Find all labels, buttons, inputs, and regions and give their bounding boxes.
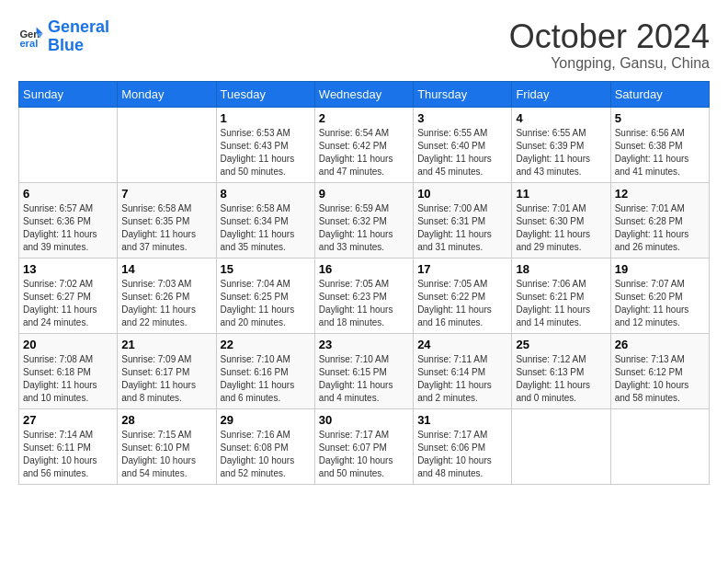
title-block: October 2024 Yongping, Gansu, China (509, 18, 710, 72)
calendar-week-1: 1Sunrise: 6:53 AMSunset: 6:43 PMDaylight… (19, 107, 710, 182)
calendar-cell: 19Sunrise: 7:07 AMSunset: 6:20 PMDayligh… (610, 258, 709, 333)
day-info: Sunrise: 7:10 AMSunset: 6:15 PMDaylight:… (319, 353, 409, 405)
day-info: Sunrise: 6:53 AMSunset: 6:43 PMDaylight:… (221, 127, 311, 178)
weekday-header-row: SundayMondayTuesdayWednesdayThursdayFrid… (19, 81, 710, 107)
day-number: 13 (23, 262, 113, 276)
weekday-header-friday: Friday (512, 81, 610, 107)
day-number: 27 (23, 413, 113, 427)
day-info: Sunrise: 7:12 AMSunset: 6:13 PMDaylight:… (516, 353, 606, 405)
day-info: Sunrise: 7:16 AMSunset: 6:08 PMDaylight:… (221, 429, 311, 480)
day-number: 31 (417, 413, 507, 427)
calendar-cell: 20Sunrise: 7:08 AMSunset: 6:18 PMDayligh… (19, 333, 118, 408)
day-info: Sunrise: 6:55 AMSunset: 6:39 PMDaylight:… (516, 127, 606, 178)
calendar-cell: 13Sunrise: 7:02 AMSunset: 6:27 PMDayligh… (19, 258, 118, 333)
calendar-cell: 11Sunrise: 7:01 AMSunset: 6:30 PMDayligh… (512, 182, 610, 258)
day-info: Sunrise: 6:58 AMSunset: 6:35 PMDaylight:… (121, 202, 211, 254)
calendar-cell: 27Sunrise: 7:14 AMSunset: 6:11 PMDayligh… (19, 408, 118, 484)
calendar-cell: 1Sunrise: 6:53 AMSunset: 6:43 PMDaylight… (216, 107, 314, 182)
day-number: 26 (615, 338, 705, 351)
day-number: 21 (121, 338, 211, 351)
weekday-header-tuesday: Tuesday (216, 81, 314, 107)
day-info: Sunrise: 7:10 AMSunset: 6:16 PMDaylight:… (221, 353, 311, 405)
calendar-cell: 23Sunrise: 7:10 AMSunset: 6:15 PMDayligh… (314, 333, 413, 408)
calendar-cell: 26Sunrise: 7:13 AMSunset: 6:12 PMDayligh… (610, 333, 709, 408)
day-info: Sunrise: 6:57 AMSunset: 6:36 PMDaylight:… (23, 202, 113, 254)
day-number: 11 (516, 187, 606, 201)
day-info: Sunrise: 7:09 AMSunset: 6:17 PMDaylight:… (121, 353, 211, 405)
day-info: Sunrise: 7:08 AMSunset: 6:18 PMDaylight:… (23, 353, 113, 405)
day-number: 7 (121, 187, 211, 201)
day-info: Sunrise: 6:56 AMSunset: 6:38 PMDaylight:… (615, 127, 705, 178)
day-info: Sunrise: 6:58 AMSunset: 6:34 PMDaylight:… (221, 202, 311, 254)
calendar-cell: 22Sunrise: 7:10 AMSunset: 6:16 PMDayligh… (216, 333, 314, 408)
logo: Gen eral General Blue (18, 18, 109, 55)
calendar-cell: 8Sunrise: 6:58 AMSunset: 6:34 PMDaylight… (216, 182, 314, 258)
calendar-cell: 17Sunrise: 7:05 AMSunset: 6:22 PMDayligh… (414, 258, 512, 333)
day-number: 2 (319, 111, 409, 125)
weekday-header-monday: Monday (118, 81, 216, 107)
calendar-cell: 16Sunrise: 7:05 AMSunset: 6:23 PMDayligh… (314, 258, 413, 333)
day-info: Sunrise: 7:02 AMSunset: 6:27 PMDaylight:… (23, 278, 113, 329)
location-title: Yongping, Gansu, China (509, 55, 710, 72)
logo-icon: Gen eral (18, 24, 44, 50)
calendar-week-5: 27Sunrise: 7:14 AMSunset: 6:11 PMDayligh… (19, 408, 710, 484)
svg-text:eral: eral (19, 38, 38, 49)
day-info: Sunrise: 6:59 AMSunset: 6:32 PMDaylight:… (319, 202, 409, 254)
calendar-cell: 21Sunrise: 7:09 AMSunset: 6:17 PMDayligh… (118, 333, 216, 408)
calendar-cell (118, 107, 216, 182)
month-title: October 2024 (509, 18, 710, 55)
calendar-cell: 14Sunrise: 7:03 AMSunset: 6:26 PMDayligh… (118, 258, 216, 333)
day-number: 5 (615, 111, 705, 125)
day-info: Sunrise: 7:03 AMSunset: 6:26 PMDaylight:… (121, 278, 211, 329)
day-number: 3 (417, 111, 507, 125)
day-info: Sunrise: 7:00 AMSunset: 6:31 PMDaylight:… (417, 202, 507, 254)
calendar-week-2: 6Sunrise: 6:57 AMSunset: 6:36 PMDaylight… (19, 182, 710, 258)
day-number: 6 (23, 187, 113, 201)
day-number: 9 (319, 187, 409, 201)
day-info: Sunrise: 7:11 AMSunset: 6:14 PMDaylight:… (417, 353, 507, 405)
day-info: Sunrise: 7:17 AMSunset: 6:06 PMDaylight:… (417, 429, 507, 480)
calendar-cell: 10Sunrise: 7:00 AMSunset: 6:31 PMDayligh… (414, 182, 512, 258)
day-info: Sunrise: 7:06 AMSunset: 6:21 PMDaylight:… (516, 278, 606, 329)
day-number: 19 (615, 262, 705, 276)
day-number: 14 (121, 262, 211, 276)
weekday-header-wednesday: Wednesday (314, 81, 413, 107)
day-info: Sunrise: 7:01 AMSunset: 6:28 PMDaylight:… (615, 202, 705, 254)
day-info: Sunrise: 7:13 AMSunset: 6:12 PMDaylight:… (615, 353, 705, 405)
page-header: Gen eral General Blue October 2024 Yongp… (18, 18, 710, 72)
day-number: 15 (221, 262, 311, 276)
weekday-header-saturday: Saturday (610, 81, 709, 107)
day-number: 20 (23, 338, 113, 351)
day-info: Sunrise: 7:01 AMSunset: 6:30 PMDaylight:… (516, 202, 606, 254)
day-number: 18 (516, 262, 606, 276)
day-info: Sunrise: 7:04 AMSunset: 6:25 PMDaylight:… (221, 278, 311, 329)
day-info: Sunrise: 6:54 AMSunset: 6:42 PMDaylight:… (319, 127, 409, 178)
calendar-cell: 9Sunrise: 6:59 AMSunset: 6:32 PMDaylight… (314, 182, 413, 258)
day-number: 8 (221, 187, 311, 201)
logo-line2: Blue (48, 36, 84, 54)
day-info: Sunrise: 7:15 AMSunset: 6:10 PMDaylight:… (121, 429, 211, 480)
day-number: 16 (319, 262, 409, 276)
calendar-cell: 25Sunrise: 7:12 AMSunset: 6:13 PMDayligh… (512, 333, 610, 408)
calendar-week-4: 20Sunrise: 7:08 AMSunset: 6:18 PMDayligh… (19, 333, 710, 408)
calendar-cell: 6Sunrise: 6:57 AMSunset: 6:36 PMDaylight… (19, 182, 118, 258)
day-info: Sunrise: 7:17 AMSunset: 6:07 PMDaylight:… (319, 429, 409, 480)
day-info: Sunrise: 6:55 AMSunset: 6:40 PMDaylight:… (417, 127, 507, 178)
day-info: Sunrise: 7:07 AMSunset: 6:20 PMDaylight:… (615, 278, 705, 329)
day-number: 22 (221, 338, 311, 351)
calendar-cell: 4Sunrise: 6:55 AMSunset: 6:39 PMDaylight… (512, 107, 610, 182)
day-info: Sunrise: 7:05 AMSunset: 6:22 PMDaylight:… (417, 278, 507, 329)
calendar-cell: 2Sunrise: 6:54 AMSunset: 6:42 PMDaylight… (314, 107, 413, 182)
day-number: 12 (615, 187, 705, 201)
calendar-cell: 18Sunrise: 7:06 AMSunset: 6:21 PMDayligh… (512, 258, 610, 333)
weekday-header-thursday: Thursday (414, 81, 512, 107)
calendar-cell (512, 408, 610, 484)
calendar-cell (19, 107, 118, 182)
logo-line1: General (48, 17, 109, 36)
day-number: 1 (221, 111, 311, 125)
day-number: 17 (417, 262, 507, 276)
calendar-cell: 28Sunrise: 7:15 AMSunset: 6:10 PMDayligh… (118, 408, 216, 484)
day-number: 28 (121, 413, 211, 427)
day-info: Sunrise: 7:14 AMSunset: 6:11 PMDaylight:… (23, 429, 113, 480)
svg-marker-2 (37, 27, 43, 33)
